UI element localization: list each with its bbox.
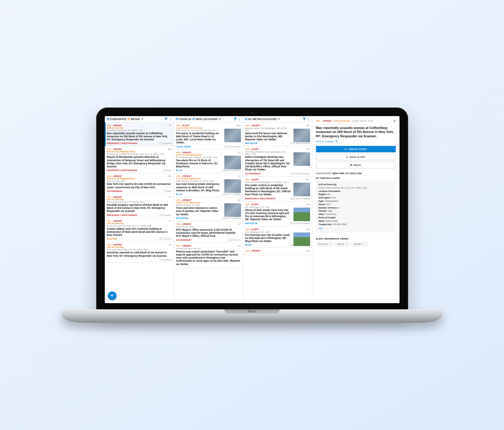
category-tag: Corporate xyxy=(160,142,171,144)
distance-label: 0.25 mi from HQ xyxy=(333,120,350,122)
alert-card[interactable]: ★★– ALERT17h1400 5th St NW, Washington, … xyxy=(243,177,312,201)
location-text: W 42nd St & 8th Ave, New York, NY 10036,… xyxy=(107,225,171,227)
filter-icon[interactable] xyxy=(164,118,167,121)
severity-stars: ★★ xyxy=(245,148,249,150)
alert-card[interactable]: ★★– URGENT7h0.25 mi from HQCoffeeShop Ne… xyxy=(105,123,174,147)
screen-bezel: CORPORATE RETAIL ★★– URGENT7h0.25 mi fro… xyxy=(96,108,408,312)
severity-stars: ★★ xyxy=(245,228,249,231)
filter-icon[interactable] xyxy=(234,118,237,121)
distance-label: 0.32 mi from HQ xyxy=(107,198,171,201)
chevron-down-icon[interactable] xyxy=(219,119,221,120)
severity-stars: ★★ xyxy=(176,223,180,225)
term-chip[interactable]: reportedly🔍 xyxy=(316,242,333,246)
alert-card[interactable]: ★★– ALERT21hI-95, Wilmington, DE, USAPlu… xyxy=(243,201,312,226)
laptop-notch: Macb xyxy=(224,309,280,314)
time-ago: 22h xyxy=(168,175,171,177)
alert-card[interactable]: ★★– URGENT16hNational Harbor, Fort Washi… xyxy=(243,123,312,147)
tab-dcmetro[interactable]: DC METRO FACILITIES xyxy=(245,118,277,121)
distance-label: 0.74 mi from Flagship Store xyxy=(107,178,171,180)
filter-icon[interactable] xyxy=(303,118,306,121)
headline-text: Report of ShotSpotter gunshot detection … xyxy=(107,156,171,168)
email-button[interactable]: ✉EMAIL xyxy=(316,162,396,168)
alert-card[interactable]: ★★– ALERT21hI-95, Wilmington, DE, USAFir… xyxy=(243,226,312,248)
term-chip[interactable]: assaults🔍 xyxy=(352,242,368,246)
alert-card[interactable]: ★★– URGENT1dPharma HQ, New York, NYPharm… xyxy=(174,243,243,269)
severity-stars: ★★ xyxy=(245,124,249,127)
location-breadcrumb: COFFEESHOP, NEW YORK, NY 10016, USA xyxy=(316,172,396,175)
close-icon[interactable]: × xyxy=(393,119,396,123)
alert-card[interactable]: ★★– URGENT20h0.96 mi from Flagship Store… xyxy=(105,146,174,173)
alert-card[interactable]: ★★– URGENT1h10.73 mi from Warehouse72 Pr… xyxy=(174,150,243,174)
column-body: ★★– ALERT32m1.12 mi from 217 St. Louis49… xyxy=(174,123,243,303)
category-tag: New York Offices xyxy=(222,193,240,195)
severity-stars: ★★ xyxy=(245,203,249,206)
headline-text: Pharma says expert assessment "favorable… xyxy=(176,250,241,266)
term-chip[interactable]: avenue🔍 xyxy=(335,242,350,246)
category-tag: DC Metro Facilities xyxy=(290,142,310,144)
severity-label: – URGENT xyxy=(112,244,122,246)
kebab-icon[interactable] xyxy=(238,118,241,120)
tab-covid[interactable]: COVID-19 xyxy=(176,118,191,121)
severity-label: – URGENT xyxy=(250,124,261,127)
alert-card[interactable]: ★★– URGENT1d1.89 mi from HQ1187 1st Aven… xyxy=(105,242,174,263)
severity-stars: ★★ xyxy=(107,124,111,127)
thumbnail-image xyxy=(293,208,310,221)
column-header: COVID-19 WFH LOCATIONS xyxy=(174,116,243,123)
tab-corporate[interactable]: CORPORATE xyxy=(107,118,127,121)
severity-stars: ★★ xyxy=(107,220,111,222)
track-story-button[interactable]: ▭TRACK STORY xyxy=(316,146,396,152)
time-ago: 21h xyxy=(306,250,310,252)
search-icon: 🔍 xyxy=(345,243,348,245)
location-text: Delancey St & Williamsburg Bridge, New Y… xyxy=(107,153,171,155)
alert-card[interactable]: ★★– URGENT22h0.74 mi from Flagship Store… xyxy=(105,173,174,194)
impact-distance: 0.25 mi from HQ xyxy=(319,183,393,186)
alert-card[interactable]: ★★– URGENT1dNew York, NY, USANYC Mayor's… xyxy=(174,221,243,243)
kebab-icon[interactable] xyxy=(307,118,310,120)
source-label: LOCAL NEWS xyxy=(176,146,191,148)
category-tag: Retail xyxy=(163,190,171,192)
headline-text: Gunshots reported on 1180 block of 1st A… xyxy=(107,251,171,258)
source-label: CHATTER xyxy=(107,238,117,240)
severity-stars: ★★ xyxy=(176,151,180,154)
severity-label: – ALERT xyxy=(181,124,190,127)
source-label: GOVERNMENT xyxy=(107,190,123,192)
source-label: BLOG xyxy=(245,244,252,246)
tab-retail[interactable]: RETAIL xyxy=(128,118,140,121)
detail-panel: ★★ – URGENT 0.25 mi from HQ 7:53am Jun 0… xyxy=(312,116,400,303)
kebab-icon[interactable] xyxy=(169,118,172,120)
time-ago: 13h xyxy=(237,199,241,201)
severity-label: – URGENT xyxy=(181,223,191,225)
hide-link[interactable]: hide xyxy=(319,227,323,230)
location-text: 1187 1st Avenue, New York, NY 10065, USA xyxy=(107,248,171,251)
view-source-link[interactable]: View on Scanner xyxy=(316,140,337,143)
time-ago: 1d xyxy=(238,245,241,247)
category-tag: COVID-19 xyxy=(229,239,241,241)
chevron-down-icon[interactable] xyxy=(278,119,280,120)
thumbnail-image xyxy=(293,129,310,142)
time-ago: 17h xyxy=(306,178,310,181)
time-ago: 32m xyxy=(236,124,241,127)
severity-stars: ★★ xyxy=(107,175,111,178)
alert-card[interactable]: ★★– URGENT21h xyxy=(243,248,312,255)
severity-label: – ALERT xyxy=(250,148,259,150)
alert-card[interactable]: ★★– ALERT32m1.12 mi from 217 St. Louis49… xyxy=(174,123,243,150)
category-tag: WFH Locations xyxy=(224,146,240,148)
category-tag: DC Metro Facilities xyxy=(290,173,310,175)
fab-add-button[interactable]: + xyxy=(108,291,116,300)
category-tag: Corporate xyxy=(160,238,171,240)
column-body: ★★– URGENT16hNational Harbor, Fort Washi… xyxy=(243,123,312,303)
alert-card[interactable]: ★★– URGENT1d0.32 mi from HQ600 3rd Ave, … xyxy=(105,194,174,218)
alert-card[interactable]: ★★– URGENT2h7.11 mi from Warehouse4508 1… xyxy=(174,173,243,197)
alert-card[interactable]: ★★– URGENT13h3.42 mi from WarehouseAstor… xyxy=(174,197,243,221)
location-text: New York City, USA xyxy=(107,180,171,182)
tab-wfh[interactable]: WFH LOCATIONS xyxy=(192,118,218,121)
headline-text: NYC Mayor's Office announces 8.1M COVID-… xyxy=(176,229,241,238)
save-alert-button[interactable]: ☆SAVE ALERT xyxy=(316,154,396,160)
thumbnail-image xyxy=(224,129,241,142)
chevron-down-icon[interactable] xyxy=(141,119,143,120)
category-tag: Retail xyxy=(163,169,171,171)
column-covid-wfh: COVID-19 WFH LOCATIONS ★★– ALERT32m1.12 … xyxy=(174,116,243,303)
alert-card[interactable]: ★★– URGENT1d1.63 mi from HQW 42nd St & 8… xyxy=(105,218,174,242)
time-ago: 20h xyxy=(168,148,171,150)
alert-card[interactable]: ★★– ALERT17h7th St NE & Franklin St NE, … xyxy=(243,146,312,176)
